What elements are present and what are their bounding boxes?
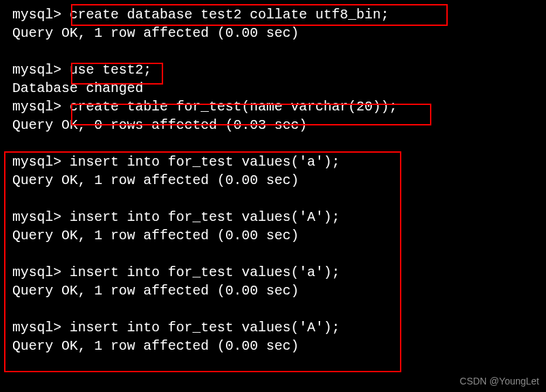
command-text: create table for_test(name varchar(20));	[70, 99, 397, 115]
command-line: mysql> insert into for_test values('a');	[12, 153, 534, 171]
command-line: mysql> insert into for_test values('a');	[12, 263, 534, 282]
command-line: mysql> create database test2 collate utf…	[12, 5, 534, 24]
command-text: insert into for_test values('A');	[70, 209, 340, 225]
command-text: insert into for_test values('a');	[70, 154, 340, 170]
blank-line	[12, 245, 534, 263]
output-line: Query OK, 1 row affected (0.00 sec)	[12, 171, 534, 190]
output-line: Query OK, 1 row affected (0.00 sec)	[12, 24, 534, 42]
mysql-prompt: mysql>	[12, 209, 70, 225]
output-line: Query OK, 0 rows affected (0.03 sec)	[12, 116, 534, 134]
mysql-prompt: mysql>	[12, 265, 70, 280]
command-line: mysql> insert into for_test values('A');	[12, 208, 534, 226]
command-text: create database test2 collate utf8_bin;	[70, 7, 389, 22]
mysql-prompt: mysql>	[12, 7, 70, 22]
mysql-prompt: mysql>	[12, 62, 70, 78]
output-line: Query OK, 1 row affected (0.00 sec)	[12, 337, 534, 355]
command-text: insert into for_test values('A');	[70, 320, 340, 335]
command-text: use test2;	[70, 62, 152, 78]
blank-line	[12, 300, 534, 318]
mysql-prompt: mysql>	[12, 154, 70, 170]
mysql-prompt: mysql>	[12, 99, 70, 115]
output-line: Query OK, 1 row affected (0.00 sec)	[12, 226, 534, 245]
command-line: mysql> use test2;	[12, 61, 534, 79]
blank-line	[12, 134, 534, 153]
mysql-prompt: mysql>	[12, 320, 70, 335]
command-line: mysql> create table for_test(name varcha…	[12, 97, 534, 116]
command-text: insert into for_test values('a');	[70, 265, 340, 280]
blank-line	[12, 190, 534, 208]
command-line: mysql> insert into for_test values('A');	[12, 318, 534, 337]
watermark: CSDN @YoungLet	[460, 375, 539, 388]
output-line: Query OK, 1 row affected (0.00 sec)	[12, 282, 534, 300]
output-line: Database changed	[12, 79, 534, 97]
terminal-output: mysql> create database test2 collate utf…	[12, 5, 534, 355]
blank-line	[12, 42, 534, 61]
